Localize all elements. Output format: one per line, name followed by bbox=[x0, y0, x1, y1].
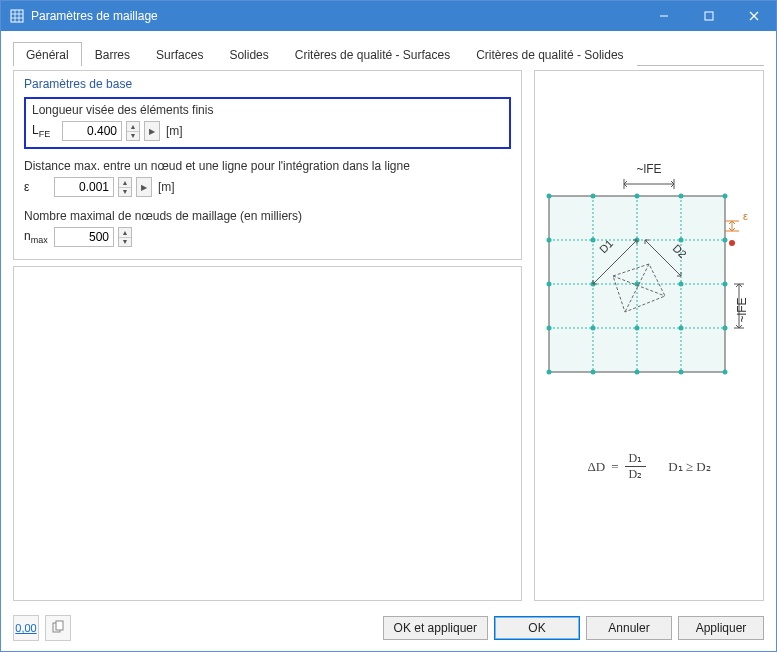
apply-button[interactable]: Appliquer bbox=[678, 616, 764, 640]
svg-point-39 bbox=[547, 370, 552, 375]
lfe-unit: [m] bbox=[166, 124, 183, 138]
nmax-input[interactable] bbox=[54, 227, 114, 247]
svg-rect-0 bbox=[11, 10, 23, 22]
diag-lfe-right: ~lFE bbox=[735, 297, 749, 322]
tab-bar: Général Barres Surfaces Solides Critères… bbox=[1, 31, 776, 65]
svg-rect-6 bbox=[705, 12, 713, 20]
diagram-panel: ~lFE bbox=[534, 70, 764, 601]
tab-barres[interactable]: Barres bbox=[82, 42, 143, 66]
svg-rect-57 bbox=[56, 621, 63, 630]
chevron-up-icon: ▲ bbox=[119, 178, 131, 187]
eps-label: Distance max. entre un nœud et une ligne… bbox=[24, 159, 511, 173]
svg-point-32 bbox=[679, 282, 684, 287]
chevron-down-icon: ▼ bbox=[119, 237, 131, 247]
svg-point-33 bbox=[723, 282, 728, 287]
minimize-button[interactable] bbox=[641, 1, 686, 31]
maximize-button[interactable] bbox=[686, 1, 731, 31]
diagram-equation: ΔD = D₁ D₂ D₁ ≥ D₂ bbox=[587, 451, 710, 482]
chevron-up-icon: ▲ bbox=[127, 122, 139, 131]
diag-lfe-top: ~lFE bbox=[636, 162, 661, 176]
eps-spinner[interactable]: ▲▼ bbox=[118, 177, 132, 197]
nmax-symbol: nmax bbox=[24, 229, 50, 245]
tab-surfaces[interactable]: Surfaces bbox=[143, 42, 216, 66]
svg-point-35 bbox=[591, 326, 596, 331]
svg-point-38 bbox=[723, 326, 728, 331]
svg-point-34 bbox=[547, 326, 552, 331]
play-icon: ▶ bbox=[149, 127, 155, 136]
eps-row: ε ▲▼ ▶ [m] bbox=[24, 177, 511, 197]
eps-unit: [m] bbox=[158, 180, 175, 194]
tab-qualite-solides[interactable]: Critères de qualité - Solides bbox=[463, 42, 636, 66]
units-button[interactable]: 0,00 bbox=[13, 615, 39, 641]
svg-point-22 bbox=[679, 194, 684, 199]
tab-solides[interactable]: Solides bbox=[216, 42, 281, 66]
svg-point-21 bbox=[635, 194, 640, 199]
clipboard-icon bbox=[51, 620, 65, 636]
svg-point-37 bbox=[679, 326, 684, 331]
left-column: Paramètres de base Longueur visée des él… bbox=[13, 70, 522, 601]
eq-d2: D₂ bbox=[625, 467, 647, 482]
tab-general[interactable]: Général bbox=[13, 42, 82, 66]
titlebar: Paramètres de maillage bbox=[1, 1, 776, 31]
chevron-down-icon: ▼ bbox=[127, 131, 139, 141]
close-button[interactable] bbox=[731, 1, 776, 31]
lfe-row: LFE ▲▼ ▶ [m] bbox=[32, 121, 503, 141]
eps-pick-button[interactable]: ▶ bbox=[136, 177, 152, 197]
copy-button[interactable] bbox=[45, 615, 71, 641]
lfe-pick-button[interactable]: ▶ bbox=[144, 121, 160, 141]
window-buttons bbox=[641, 1, 776, 31]
footer: 0,00 OK et appliquer OK Annuler Applique… bbox=[1, 609, 776, 651]
svg-point-42 bbox=[679, 370, 684, 375]
svg-point-20 bbox=[591, 194, 596, 199]
nmax-row: nmax ▲▼ bbox=[24, 227, 511, 247]
tab-qualite-surfaces[interactable]: Critères de qualité - Surfaces bbox=[282, 42, 463, 66]
eq-delta: ΔD bbox=[587, 459, 605, 475]
cancel-button[interactable]: Annuler bbox=[586, 616, 672, 640]
lfe-label: Longueur visée des éléments finis bbox=[32, 103, 503, 117]
svg-point-24 bbox=[547, 238, 552, 243]
chevron-down-icon: ▼ bbox=[119, 187, 131, 197]
mesh-diagram: ~lFE bbox=[544, 161, 754, 411]
eq-d1: D₁ bbox=[625, 451, 647, 467]
nmax-label: Nombre maximal de nœuds de maillage (en … bbox=[24, 209, 511, 223]
svg-point-40 bbox=[591, 370, 596, 375]
svg-point-41 bbox=[635, 370, 640, 375]
eq-cond: D₁ ≥ D₂ bbox=[668, 459, 710, 475]
play-icon: ▶ bbox=[141, 183, 147, 192]
content-area: Paramètres de base Longueur visée des él… bbox=[1, 66, 776, 609]
group-title: Paramètres de base bbox=[24, 77, 511, 91]
app-icon bbox=[9, 8, 25, 24]
ok-button[interactable]: OK bbox=[494, 616, 580, 640]
lfe-spinner[interactable]: ▲▼ bbox=[126, 121, 140, 141]
lfe-input[interactable] bbox=[62, 121, 122, 141]
mesh-settings-window: Paramètres de maillage Général Barres Su… bbox=[0, 0, 777, 652]
nmax-spinner[interactable]: ▲▼ bbox=[118, 227, 132, 247]
lfe-highlight: Longueur visée des éléments finis LFE ▲▼… bbox=[24, 97, 511, 149]
svg-point-19 bbox=[547, 194, 552, 199]
svg-point-23 bbox=[723, 194, 728, 199]
svg-point-43 bbox=[723, 370, 728, 375]
eps-symbol: ε bbox=[24, 180, 50, 194]
window-title: Paramètres de maillage bbox=[31, 9, 641, 23]
svg-point-28 bbox=[723, 238, 728, 243]
svg-point-52 bbox=[729, 240, 735, 246]
base-params-group: Paramètres de base Longueur visée des él… bbox=[13, 70, 522, 260]
diag-eps: ε bbox=[743, 210, 748, 222]
lfe-symbol: LFE bbox=[32, 123, 58, 139]
decimal-icon: 0,00 bbox=[15, 622, 36, 634]
svg-point-36 bbox=[635, 326, 640, 331]
chevron-up-icon: ▲ bbox=[119, 228, 131, 237]
svg-point-25 bbox=[591, 238, 596, 243]
blank-panel bbox=[13, 266, 522, 601]
eps-input[interactable] bbox=[54, 177, 114, 197]
svg-point-29 bbox=[547, 282, 552, 287]
ok-apply-button[interactable]: OK et appliquer bbox=[383, 616, 488, 640]
